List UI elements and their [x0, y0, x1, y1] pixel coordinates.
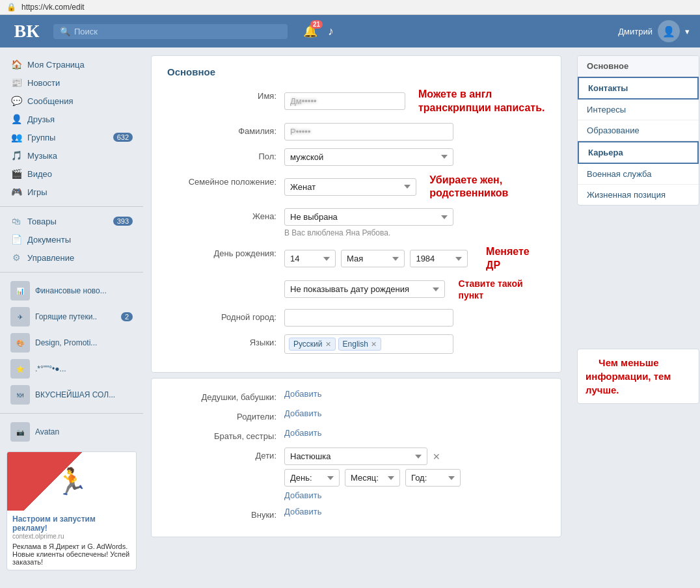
sidebar-app-avatan[interactable]: 📷 Avatan	[0, 419, 143, 445]
sidebar-label-products: Товары	[27, 217, 57, 226]
hometown-input[interactable]	[284, 309, 453, 327]
dob-label: День рождения:	[167, 245, 284, 258]
lang-remove-russian[interactable]: ✕	[325, 340, 331, 349]
sidebar-divider-1	[0, 206, 143, 207]
grandparents-row: Дедушки, бабушки: Добавить	[167, 389, 545, 402]
lang-tag-english: English ✕	[338, 338, 381, 351]
sidebar: 🏠 Моя Страница 📰 Новости 💬 Сообщения 👤 Д…	[0, 47, 143, 588]
name-input[interactable]	[284, 92, 405, 110]
sidebar-label-friends: Друзья	[27, 114, 55, 124]
groups-badge: 632	[113, 133, 133, 142]
siblings-label: Братья, сестры:	[167, 428, 284, 441]
sidebar-group-travel[interactable]: ✈ Горящие путеки.. 2	[0, 304, 143, 330]
lock-icon: 🔒	[7, 3, 16, 12]
grandparents-control: Добавить	[284, 389, 545, 399]
lang-label-russian: Русский	[293, 340, 323, 349]
sidebar-item-music[interactable]: 🎵 Музыка	[0, 146, 143, 165]
layout: 🏠 Моя Страница 📰 Новости 💬 Сообщения 👤 Д…	[0, 47, 700, 588]
sidebar-item-mypage[interactable]: 🏠 Моя Страница	[0, 55, 143, 74]
group-avatar-design: 🎨	[10, 333, 30, 353]
music-icon: 🎵	[10, 150, 22, 161]
grandchildren-add-link[interactable]: Добавить	[284, 507, 321, 516]
right-nav-life[interactable]: Жизненная позиция	[578, 185, 699, 205]
family-annotation: Убираете жен, родственников	[429, 174, 545, 201]
grandchildren-label: Внуки:	[167, 507, 284, 520]
search-bar[interactable]: 🔍	[53, 24, 288, 39]
games-icon: 🎮	[10, 187, 22, 197]
surname-label: Фамилия:	[167, 123, 284, 136]
lang-tag-russian: Русский ✕	[289, 338, 336, 351]
vk-logo[interactable]: ВК	[10, 21, 43, 42]
sidebar-item-manage[interactable]: ⚙ Управление	[0, 248, 143, 267]
section-title: Основное	[167, 66, 545, 77]
sidebar-label-games: Игры	[27, 187, 47, 197]
sidebar-item-documents[interactable]: 📄 Документы	[0, 230, 143, 248]
children-control: Настюшка ✕ День: Месяц:	[284, 448, 545, 500]
child-remove-button[interactable]: ✕	[433, 451, 440, 462]
right-nav-military[interactable]: Военная служба	[578, 164, 699, 185]
dob-year-select[interactable]: 1984	[410, 250, 468, 267]
languages-field[interactable]: Русский ✕ English ✕	[284, 334, 453, 354]
music-button[interactable]: ♪	[328, 25, 334, 38]
right-sidebar: Основное Контакты Интересы Образование К…	[569, 55, 699, 404]
surname-input[interactable]	[284, 123, 453, 140]
parents-add-link[interactable]: Добавить	[284, 408, 321, 418]
dob-privacy-select[interactable]: Не показывать дату рождения Показывать д…	[284, 280, 445, 298]
name-label: Имя:	[167, 88, 284, 101]
right-nav-contacts[interactable]: Контакты	[578, 77, 699, 100]
browser-bar: 🔒 https://vk.com/edit	[0, 0, 700, 15]
grandparents-add-link[interactable]: Добавить	[284, 389, 321, 399]
dropdown-icon: ▾	[685, 27, 690, 36]
sidebar-label-mypage: Моя Страница	[27, 60, 85, 70]
children-row: Дети: Настюшка ✕ День:	[167, 448, 545, 500]
child-name-select[interactable]: Настюшка	[284, 448, 427, 465]
hometown-label: Родной город:	[167, 309, 284, 322]
hometown-row: Родной город:	[167, 309, 545, 327]
sidebar-item-news[interactable]: 📰 Новости	[0, 74, 143, 92]
sidebar-item-friends[interactable]: 👤 Друзья	[0, 110, 143, 128]
right-nav-education[interactable]: Образование	[578, 120, 699, 141]
sidebar-label-manage: Управление	[27, 253, 74, 263]
marital-select[interactable]: Женат Не женат Разведён	[284, 178, 416, 196]
gender-select[interactable]: мужской женский	[284, 148, 453, 166]
lang-remove-english[interactable]: ✕	[371, 340, 377, 349]
marital-row: Семейное положение: Женат Не женат Разве…	[167, 174, 545, 201]
search-icon: 🔍	[60, 27, 70, 36]
user-menu[interactable]: Дмитрий 👤 ▾	[618, 20, 690, 42]
dob-day-select[interactable]: 14	[284, 250, 336, 267]
sidebar-label-messages: Сообщения	[27, 96, 74, 106]
travel-badge: 2	[121, 312, 133, 321]
parents-control: Добавить	[284, 408, 545, 418]
surname-row: Фамилия:	[167, 123, 545, 140]
sidebar-label-music: Музыка	[27, 151, 57, 161]
child-month-select[interactable]: Месяц:	[345, 469, 400, 487]
friends-icon: 👤	[10, 114, 22, 124]
sidebar-item-products[interactable]: 🛍 Товары 393	[0, 212, 143, 230]
children-add-link[interactable]: Добавить	[284, 490, 321, 500]
dob-selects: 14 Мая 1984 Меняете ДР	[284, 245, 545, 273]
dob-control: 14 Мая 1984 Меняете ДР	[284, 245, 545, 301]
sidebar-group-financial[interactable]: 📊 Финансовые ново...	[0, 278, 143, 304]
sidebar-item-groups[interactable]: 👥 Группы 632	[0, 128, 143, 146]
sidebar-divider-3	[0, 413, 143, 414]
dob-month-select[interactable]: Мая	[341, 250, 405, 267]
privacy-annotation: Ставите такой пункт	[458, 278, 545, 301]
sidebar-item-video[interactable]: 🎬 Видео	[0, 165, 143, 183]
child-year-select[interactable]: Год:	[405, 469, 461, 487]
child-day-select[interactable]: День:	[284, 469, 340, 487]
wife-select[interactable]: Не выбрана	[284, 208, 453, 226]
ad-title: Настроим и запустим рекламу!	[12, 514, 131, 533]
right-nav-interests[interactable]: Интересы	[578, 100, 699, 120]
sidebar-group-misc[interactable]: ⭐ .*°""°•●...	[0, 356, 143, 382]
right-nav-career[interactable]: Карьера	[578, 141, 699, 164]
search-input[interactable]	[74, 27, 281, 36]
marital-label: Семейное положение:	[167, 174, 284, 187]
sidebar-item-games[interactable]: 🎮 Игры	[0, 183, 143, 201]
sidebar-label-documents: Документы	[27, 235, 71, 245]
sidebar-group-design[interactable]: 🎨 Design, Promoti...	[0, 330, 143, 356]
sidebar-item-messages[interactable]: 💬 Сообщения	[0, 92, 143, 110]
sidebar-group-food[interactable]: 🍽 ВКУСНЕЙШАЯ СОЛ...	[0, 382, 143, 408]
siblings-add-link[interactable]: Добавить	[284, 428, 321, 438]
family-section: Дедушки, бабушки: Добавить Родители: Доб…	[151, 378, 561, 537]
notifications-button[interactable]: 🔔 21	[303, 24, 317, 38]
